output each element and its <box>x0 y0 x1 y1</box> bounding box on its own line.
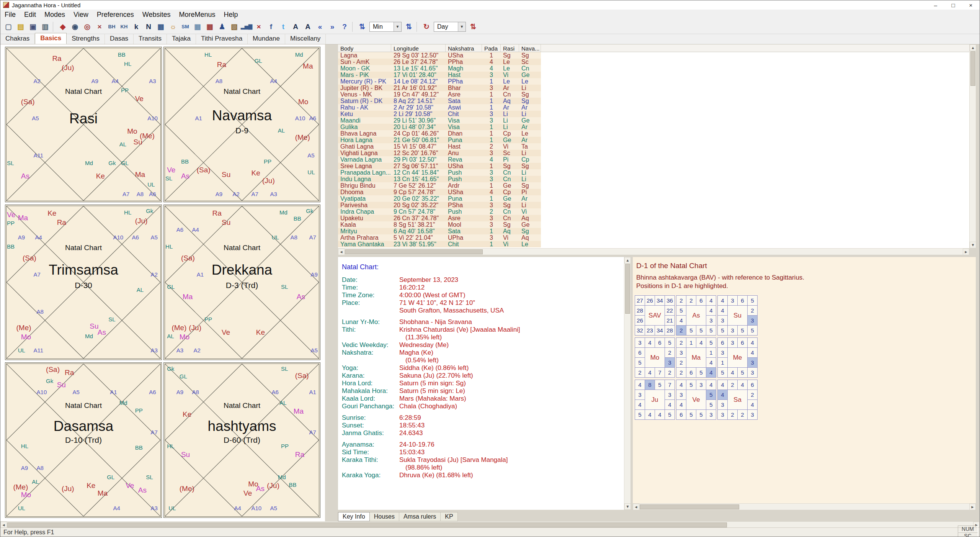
sm-icon[interactable]: SM <box>180 21 191 33</box>
grid-icon[interactable]: ▦ <box>155 21 167 33</box>
table-row-mercury-r-pk[interactable]: Mercury (R) - PK14 Le 08' 24.12"PPha1LeL… <box>338 78 541 85</box>
zoom-icon[interactable]: ◎ <box>82 21 93 33</box>
table-row-parivesha[interactable]: Parivesha20 Sg 02' 35.22"PSha3SgLi <box>338 202 541 208</box>
table-vscrollbar[interactable]: ▲ ▼ <box>969 44 976 248</box>
table-row-sun-amk[interactable]: Sun - AmK26 Le 37' 24.78"PPha4LeSc <box>338 59 541 65</box>
table-row-mars-pik[interactable]: Mars - PiK17 Vi 01' 28.40"Hast3ViGe <box>338 72 541 78</box>
table-row-dhooma[interactable]: Dhooma9 Cp 57' 24.78"USha4CpPi <box>338 189 541 195</box>
menu-websites[interactable]: Websites <box>138 11 175 19</box>
kh-table-icon[interactable]: KH <box>118 21 130 33</box>
table-row-ghati-lagna[interactable]: Ghati Lagna15 Vi 15' 08.47"Hast2ViTa <box>338 143 541 150</box>
close-button[interactable]: × <box>962 0 980 10</box>
date-unit-dropdown[interactable]: Day▼ <box>434 22 466 32</box>
maximize-button[interactable]: □ <box>944 0 962 10</box>
facebook-icon[interactable]: f <box>265 21 277 33</box>
table-row-mrityu[interactable]: Mrityu6 Aq 40' 16.58"Sata1AqSg <box>338 228 541 234</box>
people-icon[interactable]: ♟ <box>216 21 228 33</box>
tab-transits[interactable]: Transits <box>134 34 167 44</box>
column-header-longitude[interactable]: Longitude <box>391 44 446 52</box>
scroll-thumb[interactable] <box>625 264 630 314</box>
chevron-down-icon[interactable]: ▼ <box>458 22 466 31</box>
twitter-icon[interactable]: t <box>278 21 289 33</box>
scroll-thumb[interactable] <box>7 522 727 527</box>
calc-icon[interactable]: × <box>94 21 105 33</box>
menu-preferences[interactable]: Preferences <box>93 11 138 19</box>
help-icon[interactable]: ? <box>339 21 350 33</box>
tab-strengths[interactable]: Strengths <box>67 34 105 44</box>
time-unit-dropdown[interactable]: Min▼ <box>369 22 402 32</box>
open-icon[interactable]: ▤ <box>15 21 26 33</box>
table-row-kaala[interactable]: Kaala8 Sg 51' 38.21"Mool3SgGe <box>338 221 541 228</box>
bottom-tab-kp[interactable]: KP <box>441 512 457 521</box>
column-header-nakshatra[interactable]: Nakshatra <box>446 44 482 52</box>
scroll-thumb[interactable] <box>345 249 483 254</box>
date-spinner-icon[interactable]: ⇅ <box>467 21 479 33</box>
tools-icon[interactable]: × <box>253 21 265 33</box>
table-row-jupiter-r-bk[interactable]: Jupiter (R) - BK21 Ar 16' 01.92"Bhar3ArL… <box>338 85 541 91</box>
table-row-bhrigu-bindu[interactable]: Bhrigu Bindu7 Ge 52' 26.12"Ardr1GeSg <box>338 182 541 189</box>
column-header-nava[interactable]: Nava... <box>519 44 541 52</box>
menu-view[interactable]: View <box>69 11 93 19</box>
scroll-up-icon[interactable]: ▲ <box>970 44 976 51</box>
tab-mundane[interactable]: Mundane <box>248 34 285 44</box>
menu-file[interactable]: File <box>0 11 20 19</box>
box-icon[interactable]: ▧ <box>229 21 240 33</box>
scroll-up-icon[interactable]: ▲ <box>624 257 630 264</box>
table-row-hora-lagna[interactable]: Hora Lagna21 Ge 50' 06.81"Puna1GeAr <box>338 137 541 143</box>
column-header-pada[interactable]: Pada <box>482 44 501 52</box>
table-blue-icon[interactable]: ▦ <box>192 21 203 33</box>
bottom-tab-houses[interactable]: Houses <box>370 512 399 521</box>
bh-table-icon[interactable]: BH <box>106 21 118 33</box>
next-icon[interactable]: » <box>327 21 338 33</box>
scroll-left-icon[interactable]: ◄ <box>338 249 345 255</box>
table-row-varnada-lagna[interactable]: Varnada Lagna29 Pi 03' 12.50"Reva4PiCp <box>338 156 541 163</box>
scroll-down-icon[interactable]: ▼ <box>624 503 630 510</box>
bottom-tab-key-info[interactable]: Key Info <box>338 512 370 521</box>
table-hscrollbar[interactable]: ◄ ► <box>338 248 969 255</box>
table-row-vighati-lagna[interactable]: Vighati Lagna12 Sc 20' 16.76"Anu3ScLi <box>338 150 541 156</box>
bar-chart-icon[interactable]: ▂▅▇ <box>241 21 252 33</box>
tab-miscellany[interactable]: Miscellany <box>285 34 326 44</box>
table-row-ketu[interactable]: Ketu2 Li 29' 10.58"Chit3LiLi <box>338 111 541 117</box>
tab-dasas[interactable]: Dasas <box>105 34 134 44</box>
table-row-sree-lagna[interactable]: Sree Lagna27 Sg 06' 57.11"USha1SgSg <box>338 163 541 169</box>
menu-moremenus[interactable]: MoreMenus <box>175 11 220 19</box>
table-row-moon-gk[interactable]: Moon - GK13 Le 15' 41.65"Magh4LeCn <box>338 65 541 72</box>
menu-help[interactable]: Help <box>220 11 242 19</box>
scroll-down-icon[interactable]: ▼ <box>970 242 976 248</box>
font-large-icon[interactable]: A <box>290 21 301 33</box>
table-row-lagna[interactable]: Lagna29 Sg 03' 12.50"USha1SgSg <box>338 52 541 59</box>
tab-chakras[interactable]: Chakras <box>0 34 35 44</box>
tab-tajaka[interactable]: Tajaka <box>167 34 196 44</box>
scroll-thumb[interactable] <box>970 51 975 86</box>
menu-modes[interactable]: Modes <box>40 11 69 19</box>
table-row-gulika[interactable]: Gulika20 Li 48' 07.34"Visa1LiAr <box>338 124 541 130</box>
k-chart-icon[interactable]: k <box>131 21 142 33</box>
table-row-pranapada-lagn[interactable]: Pranapada Lagn...12 Cn 44' 15.84"Push3Cn… <box>338 169 541 176</box>
table-row-rahu-ak[interactable]: Rahu - AK2 Ar 29' 10.58"Aswi1ArAr <box>338 104 541 111</box>
info-vscrollbar[interactable]: ▲ ▼ <box>624 257 630 510</box>
font-small-icon[interactable]: A <box>302 21 314 33</box>
table-row-vyatipata[interactable]: Vyatipata20 Ge 02' 35.22"Puna1GeAr <box>338 195 541 202</box>
table-row-saturn-r-dk[interactable]: Saturn (R) - DK8 Aq 22' 14.51"Sata1AqSg <box>338 98 541 104</box>
table-row-indra-chapa[interactable]: Indra Chapa9 Cn 57' 24.78"Push2CnVi <box>338 208 541 215</box>
tab-basics[interactable]: Basics <box>35 33 67 44</box>
table-row-artha-prahara[interactable]: Artha Prahara5 Vi 22' 21.04"UPha3ViAq <box>338 234 541 241</box>
chevron-down-icon[interactable]: ▼ <box>394 22 401 31</box>
chart-style-icon[interactable]: ◆ <box>57 21 69 33</box>
table-row-venus-mk[interactable]: Venus - MK19 Cn 47' 49.12"Asre1CnSg <box>338 91 541 98</box>
table-red-icon[interactable]: ▦ <box>204 21 216 33</box>
table-row-upaketu[interactable]: Upaketu26 Cn 37' 24.78"Asre3CnAq <box>338 215 541 221</box>
save-icon[interactable]: ▣ <box>27 21 39 33</box>
table-row-maandi[interactable]: Maandi29 Li 51' 30.96"Visa3LiGe <box>338 117 541 124</box>
bottom-tab-amsa-rulers[interactable]: Amsa rulers <box>399 512 441 521</box>
scroll-left-icon[interactable]: ◄ <box>633 504 639 510</box>
column-header-body[interactable]: Body <box>338 44 391 52</box>
ashtakavarga-hscrollbar[interactable]: ◄ ► <box>633 503 976 510</box>
date-refresh-icon[interactable]: ↻ <box>421 21 432 33</box>
minimize-button[interactable]: – <box>927 0 944 10</box>
scroll-right-icon[interactable]: ► <box>969 504 976 510</box>
prev-icon[interactable]: « <box>314 21 326 33</box>
new-file-icon[interactable]: ▢ <box>3 21 14 33</box>
table-row-indu-lagna[interactable]: Indu Lagna13 Cn 15' 41.65"Push3CnLi <box>338 176 541 182</box>
